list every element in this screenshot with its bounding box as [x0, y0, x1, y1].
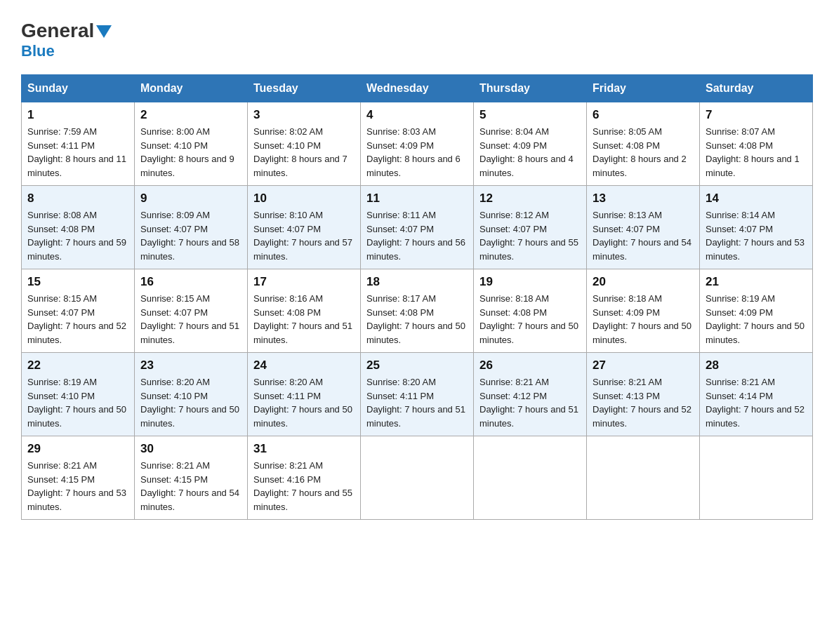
- day-info: Sunrise: 8:21 AMSunset: 4:16 PMDaylight:…: [253, 459, 355, 514]
- day-number: 4: [366, 108, 468, 122]
- calendar-day-cell: 7Sunrise: 8:07 AMSunset: 4:08 PMDaylight…: [700, 102, 813, 186]
- day-info: Sunrise: 8:02 AMSunset: 4:10 PMDaylight:…: [253, 125, 355, 180]
- day-of-week-header: Thursday: [474, 75, 587, 102]
- day-info: Sunrise: 8:15 AMSunset: 4:07 PMDaylight:…: [140, 292, 241, 347]
- calendar-day-cell: 27Sunrise: 8:21 AMSunset: 4:13 PMDayligh…: [587, 353, 700, 436]
- day-of-week-header: Wednesday: [361, 75, 474, 102]
- calendar-day-cell: 3Sunrise: 8:02 AMSunset: 4:10 PMDaylight…: [248, 102, 361, 186]
- day-info: Sunrise: 8:11 AMSunset: 4:07 PMDaylight:…: [366, 208, 468, 263]
- day-info: Sunrise: 8:15 AMSunset: 4:07 PMDaylight:…: [27, 292, 128, 347]
- day-info: Sunrise: 8:20 AMSunset: 4:10 PMDaylight:…: [140, 375, 241, 430]
- calendar-day-cell: 17Sunrise: 8:16 AMSunset: 4:08 PMDayligh…: [248, 269, 361, 353]
- svg-marker-0: [96, 25, 112, 38]
- day-number: 12: [479, 192, 581, 206]
- calendar-day-cell: 29Sunrise: 8:21 AMSunset: 4:15 PMDayligh…: [22, 436, 135, 520]
- day-number: 14: [706, 192, 807, 206]
- calendar-day-cell: [587, 436, 700, 520]
- calendar-day-cell: 26Sunrise: 8:21 AMSunset: 4:12 PMDayligh…: [474, 353, 587, 436]
- day-info: Sunrise: 8:18 AMSunset: 4:08 PMDaylight:…: [479, 292, 581, 347]
- day-number: 26: [479, 358, 581, 373]
- calendar-day-cell: 12Sunrise: 8:12 AMSunset: 4:07 PMDayligh…: [474, 186, 587, 269]
- day-info: Sunrise: 8:16 AMSunset: 4:08 PMDaylight:…: [253, 292, 355, 347]
- day-number: 23: [140, 358, 241, 373]
- day-info: Sunrise: 8:04 AMSunset: 4:09 PMDaylight:…: [479, 125, 581, 180]
- day-number: 30: [140, 442, 241, 456]
- day-info: Sunrise: 8:07 AMSunset: 4:08 PMDaylight:…: [706, 125, 807, 180]
- day-number: 31: [253, 442, 355, 456]
- day-of-week-header: Friday: [587, 75, 700, 102]
- calendar-table: SundayMondayTuesdayWednesdayThursdayFrid…: [21, 74, 813, 520]
- calendar-week-row: 29Sunrise: 8:21 AMSunset: 4:15 PMDayligh…: [22, 436, 813, 520]
- page-header: General Blue: [21, 21, 813, 60]
- day-info: Sunrise: 8:13 AMSunset: 4:07 PMDaylight:…: [593, 208, 694, 263]
- calendar-day-cell: 30Sunrise: 8:21 AMSunset: 4:15 PMDayligh…: [135, 436, 248, 520]
- day-info: Sunrise: 7:59 AMSunset: 4:11 PMDaylight:…: [27, 125, 128, 180]
- day-number: 2: [140, 108, 241, 122]
- calendar-day-cell: 1Sunrise: 7:59 AMSunset: 4:11 PMDaylight…: [22, 102, 135, 186]
- day-info: Sunrise: 8:19 AMSunset: 4:09 PMDaylight:…: [706, 292, 807, 347]
- day-info: Sunrise: 8:20 AMSunset: 4:11 PMDaylight:…: [253, 375, 355, 430]
- calendar-day-cell: [700, 436, 813, 520]
- calendar-day-cell: 16Sunrise: 8:15 AMSunset: 4:07 PMDayligh…: [135, 269, 248, 353]
- day-number: 29: [27, 442, 128, 456]
- day-number: 11: [366, 192, 468, 206]
- day-number: 6: [593, 108, 694, 122]
- day-info: Sunrise: 8:17 AMSunset: 4:08 PMDaylight:…: [366, 292, 468, 347]
- calendar-day-cell: 31Sunrise: 8:21 AMSunset: 4:16 PMDayligh…: [248, 436, 361, 520]
- calendar-day-cell: 9Sunrise: 8:09 AMSunset: 4:07 PMDaylight…: [135, 186, 248, 269]
- day-info: Sunrise: 8:20 AMSunset: 4:11 PMDaylight:…: [366, 375, 468, 430]
- day-number: 17: [253, 275, 355, 289]
- calendar-day-cell: 13Sunrise: 8:13 AMSunset: 4:07 PMDayligh…: [587, 186, 700, 269]
- calendar-day-cell: 15Sunrise: 8:15 AMSunset: 4:07 PMDayligh…: [22, 269, 135, 353]
- calendar-day-cell: 22Sunrise: 8:19 AMSunset: 4:10 PMDayligh…: [22, 353, 135, 436]
- day-number: 5: [479, 108, 581, 122]
- day-info: Sunrise: 8:21 AMSunset: 4:12 PMDaylight:…: [479, 375, 581, 430]
- calendar-day-cell: 2Sunrise: 8:00 AMSunset: 4:10 PMDaylight…: [135, 102, 248, 186]
- day-info: Sunrise: 8:18 AMSunset: 4:09 PMDaylight:…: [593, 292, 694, 347]
- calendar-day-cell: 10Sunrise: 8:10 AMSunset: 4:07 PMDayligh…: [248, 186, 361, 269]
- calendar-day-cell: 24Sunrise: 8:20 AMSunset: 4:11 PMDayligh…: [248, 353, 361, 436]
- day-number: 28: [706, 358, 807, 373]
- day-info: Sunrise: 8:12 AMSunset: 4:07 PMDaylight:…: [479, 208, 581, 263]
- day-number: 1: [27, 108, 128, 122]
- logo-sub-text: Blue: [21, 42, 55, 60]
- logo-main-text: General: [21, 21, 94, 41]
- logo: General Blue: [21, 21, 112, 60]
- day-info: Sunrise: 8:14 AMSunset: 4:07 PMDaylight:…: [706, 208, 807, 263]
- day-number: 20: [593, 275, 694, 289]
- calendar-day-cell: [361, 436, 474, 520]
- calendar-week-row: 1Sunrise: 7:59 AMSunset: 4:11 PMDaylight…: [22, 102, 813, 186]
- day-info: Sunrise: 8:21 AMSunset: 4:15 PMDaylight:…: [140, 459, 241, 514]
- calendar-day-cell: 4Sunrise: 8:03 AMSunset: 4:09 PMDaylight…: [361, 102, 474, 186]
- day-of-week-header: Sunday: [22, 75, 135, 102]
- day-number: 21: [706, 275, 807, 289]
- day-number: 27: [593, 358, 694, 373]
- day-number: 3: [253, 108, 355, 122]
- calendar-day-cell: 19Sunrise: 8:18 AMSunset: 4:08 PMDayligh…: [474, 269, 587, 353]
- day-number: 8: [27, 192, 128, 206]
- day-info: Sunrise: 8:21 AMSunset: 4:15 PMDaylight:…: [27, 459, 128, 514]
- calendar-day-cell: 5Sunrise: 8:04 AMSunset: 4:09 PMDaylight…: [474, 102, 587, 186]
- day-info: Sunrise: 8:10 AMSunset: 4:07 PMDaylight:…: [253, 208, 355, 263]
- day-number: 22: [27, 358, 128, 373]
- day-number: 10: [253, 192, 355, 206]
- calendar-week-row: 8Sunrise: 8:08 AMSunset: 4:08 PMDaylight…: [22, 186, 813, 269]
- day-info: Sunrise: 8:03 AMSunset: 4:09 PMDaylight:…: [366, 125, 468, 180]
- day-number: 13: [593, 192, 694, 206]
- calendar-day-cell: 18Sunrise: 8:17 AMSunset: 4:08 PMDayligh…: [361, 269, 474, 353]
- day-number: 7: [706, 108, 807, 122]
- calendar-day-cell: 11Sunrise: 8:11 AMSunset: 4:07 PMDayligh…: [361, 186, 474, 269]
- calendar-day-cell: 8Sunrise: 8:08 AMSunset: 4:08 PMDaylight…: [22, 186, 135, 269]
- logo-icon: [96, 25, 112, 38]
- day-number: 15: [27, 275, 128, 289]
- calendar-day-cell: 28Sunrise: 8:21 AMSunset: 4:14 PMDayligh…: [700, 353, 813, 436]
- day-info: Sunrise: 8:05 AMSunset: 4:08 PMDaylight:…: [593, 125, 694, 180]
- day-number: 24: [253, 358, 355, 373]
- calendar-day-cell: 25Sunrise: 8:20 AMSunset: 4:11 PMDayligh…: [361, 353, 474, 436]
- calendar-header-row: SundayMondayTuesdayWednesdayThursdayFrid…: [22, 75, 813, 102]
- calendar-day-cell: 20Sunrise: 8:18 AMSunset: 4:09 PMDayligh…: [587, 269, 700, 353]
- calendar-day-cell: 14Sunrise: 8:14 AMSunset: 4:07 PMDayligh…: [700, 186, 813, 269]
- day-of-week-header: Saturday: [700, 75, 813, 102]
- day-number: 19: [479, 275, 581, 289]
- day-number: 9: [140, 192, 241, 206]
